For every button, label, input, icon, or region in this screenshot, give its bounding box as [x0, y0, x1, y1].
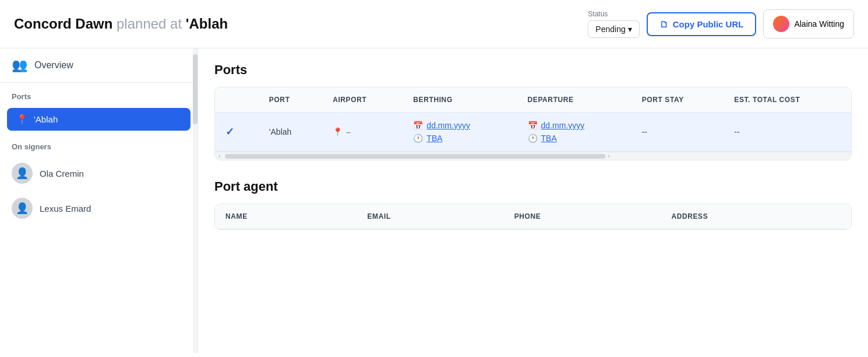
col-name: NAME: [215, 204, 357, 229]
berthing-time-link[interactable]: TBA: [426, 134, 442, 143]
signer-item-ola[interactable]: 👤 Ola Cremin: [0, 156, 197, 191]
main-layout: 👥 Overview Ports 📍 'Ablah On signers 👤 O…: [0, 48, 868, 353]
status-label: Status: [588, 10, 608, 18]
scroll-right-arrow[interactable]: ›: [605, 153, 612, 159]
title-bold: Concord Dawn: [14, 16, 112, 32]
berthing-cell: 📅 dd.mm.yyyy 🕐 TBA: [403, 113, 517, 152]
col-phone: PHONE: [504, 204, 661, 229]
port-agent-title: Port agent: [214, 179, 852, 194]
departure-date-row: 📅 dd.mm.yyyy: [528, 121, 621, 130]
horizontal-scrollbar[interactable]: ‹ ›: [215, 152, 851, 160]
berthing-date-cell: 📅 dd.mm.yyyy 🕐 TBA: [413, 121, 506, 143]
pin-icon: 📍: [16, 114, 28, 125]
port-agent-table-container: NAME EMAIL PHONE ADDRESS: [214, 204, 852, 230]
sidebar: 👥 Overview Ports 📍 'Ablah On signers 👤 O…: [0, 48, 198, 353]
port-agent-table: NAME EMAIL PHONE ADDRESS: [215, 204, 851, 229]
port-agent-header-row: NAME EMAIL PHONE ADDRESS: [215, 204, 851, 229]
page-title: Concord Dawn planned at 'Ablah: [14, 16, 228, 32]
col-address: ADDRESS: [661, 204, 851, 229]
col-est-total-cost: EST. TOTAL COST: [724, 88, 851, 113]
status-dropdown[interactable]: Pending ▾: [588, 20, 639, 38]
ports-table: PORT AIRPORT BERTHING DEPARTURE PORT STA…: [215, 88, 851, 152]
copy-url-label: Copy Public URL: [673, 19, 744, 29]
berthing-time-row: 🕐 TBA: [413, 134, 506, 143]
signer-name-lexus: Lexus Emard: [40, 204, 91, 214]
scroll-thumb[interactable]: [225, 154, 605, 159]
header: Concord Dawn planned at 'Ablah Status Pe…: [0, 0, 868, 48]
overview-label: Overview: [34, 60, 73, 71]
location-icon: 📍: [333, 127, 343, 136]
person-icon: 👤: [16, 167, 29, 180]
calendar-icon-berthing: 📅: [413, 121, 423, 130]
berthing-date-row: 📅 dd.mm.yyyy: [413, 121, 506, 130]
col-berthing: BERTHING: [403, 88, 517, 113]
copy-icon: 🗋: [659, 19, 668, 29]
est-total-cost-cell: --: [724, 113, 851, 152]
signer-item-lexus[interactable]: 👤 Lexus Emard: [0, 191, 197, 226]
signer-avatar-lexus: 👤: [12, 198, 33, 219]
status-group: Status Pending ▾: [588, 10, 639, 38]
sidebar-port-name: 'Ablah: [34, 114, 58, 124]
departure-date-link[interactable]: dd.mm.yyyy: [541, 121, 585, 130]
sidebar-signers-label: On signers: [0, 133, 197, 156]
airport-location: 📍 –: [333, 127, 392, 136]
status-value: Pending: [595, 24, 625, 34]
ports-table-header-row: PORT AIRPORT BERTHING DEPARTURE PORT STA…: [215, 88, 851, 113]
col-port-stay: PORT STAY: [631, 88, 724, 113]
header-actions: Status Pending ▾ 🗋 Copy Public URL Alain…: [588, 9, 854, 38]
ports-table-container: PORT AIRPORT BERTHING DEPARTURE PORT STA…: [214, 87, 852, 160]
col-departure: DEPARTURE: [517, 88, 631, 113]
port-name-cell: 'Ablah: [259, 113, 322, 152]
user-menu-button[interactable]: Alaina Witting: [763, 9, 854, 38]
departure-time-link[interactable]: TBA: [541, 134, 557, 143]
check-icon: ✓: [225, 126, 234, 138]
sidebar-ports-label: Ports: [0, 83, 197, 106]
avatar: [773, 16, 789, 32]
title-planned-at: planned at: [112, 16, 185, 32]
chevron-down-icon: ▾: [628, 24, 632, 34]
port-agent-section: Port agent NAME EMAIL PHONE ADDRESS: [214, 179, 852, 230]
col-airport: AIRPORT: [322, 88, 403, 113]
main-content: Ports PORT AIRPORT BERTHING DEPARTURE PO…: [198, 48, 868, 353]
user-name: Alaina Witting: [794, 19, 844, 29]
table-row: ✓ 'Ablah 📍 –: [215, 113, 851, 152]
sidebar-scroll-thumb: [193, 54, 197, 124]
departure-time-row: 🕐 TBA: [528, 134, 621, 143]
col-check: [215, 88, 259, 113]
ports-section: Ports PORT AIRPORT BERTHING DEPARTURE PO…: [214, 62, 852, 160]
departure-cell: 📅 dd.mm.yyyy 🕐 TBA: [517, 113, 631, 152]
airport-cell: 📍 –: [322, 113, 403, 152]
signer-name-ola: Ola Cremin: [40, 169, 84, 178]
clock-icon-berthing: 🕐: [413, 134, 423, 143]
overview-icon: 👥: [12, 58, 27, 73]
sidebar-item-overview[interactable]: 👥 Overview: [0, 48, 197, 83]
airport-value: –: [346, 127, 351, 136]
ports-section-title: Ports: [214, 62, 852, 78]
port-stay-cell: --: [631, 113, 724, 152]
sidebar-item-ablah[interactable]: 📍 'Ablah: [7, 108, 190, 131]
title-port: 'Ablah: [186, 16, 228, 32]
check-cell: ✓: [215, 113, 259, 152]
departure-date-cell: 📅 dd.mm.yyyy 🕐 TBA: [528, 121, 621, 143]
calendar-icon-departure: 📅: [528, 121, 538, 130]
scroll-left-arrow[interactable]: ‹: [216, 153, 223, 159]
sidebar-scroll-track[interactable]: [193, 48, 197, 353]
signer-avatar-ola: 👤: [12, 163, 33, 184]
col-port: PORT: [259, 88, 322, 113]
copy-public-url-button[interactable]: 🗋 Copy Public URL: [647, 12, 757, 36]
clock-icon-departure: 🕐: [528, 134, 538, 143]
person-icon-2: 👤: [16, 202, 29, 215]
col-email: EMAIL: [357, 204, 504, 229]
berthing-date-link[interactable]: dd.mm.yyyy: [426, 121, 470, 130]
